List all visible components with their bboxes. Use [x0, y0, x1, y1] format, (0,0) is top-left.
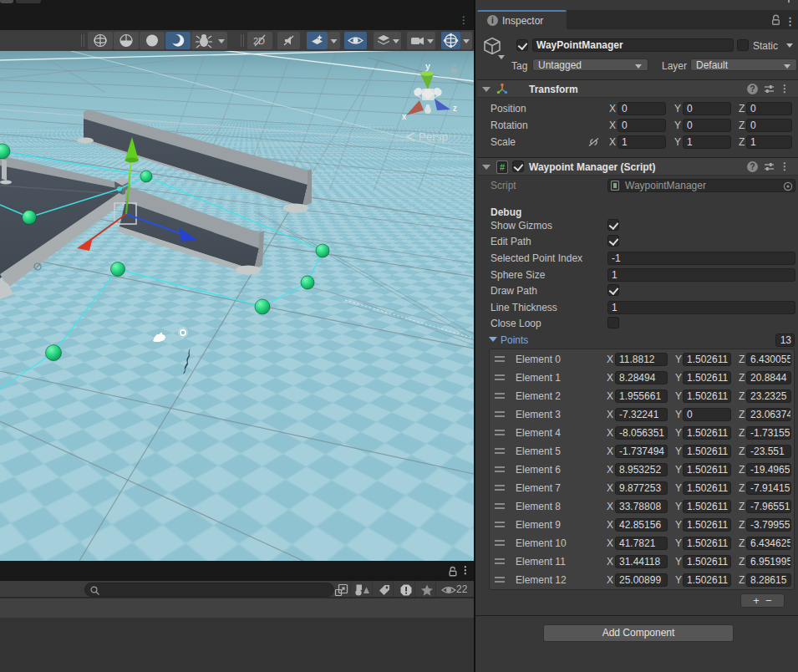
svg-text:#: #	[500, 162, 505, 172]
svg-text:x: x	[402, 112, 407, 121]
svg-text:z: z	[453, 104, 457, 113]
svg-text:Persp: Persp	[419, 130, 448, 143]
svg-text:y: y	[425, 61, 431, 71]
